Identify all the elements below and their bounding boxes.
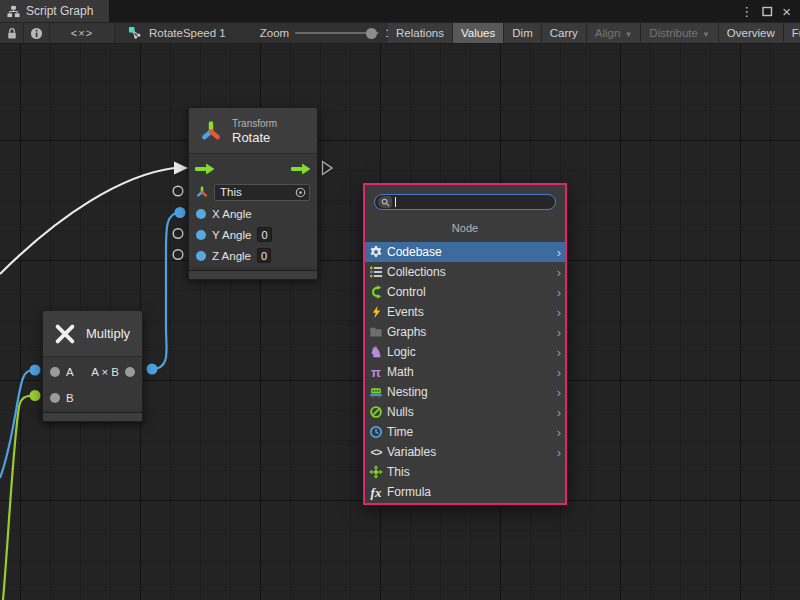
this-icon [368,464,384,480]
multiply-row-b: B [43,385,142,411]
rotate-this-row: This [189,181,317,203]
finder-item-codebase[interactable]: Codebase› [365,242,565,262]
toolbar-button-label: Overview [727,27,775,39]
finder-item-label: Control [387,285,426,299]
chevron-right-icon: › [557,446,561,459]
rotate-input-row-z: Z Angle 0 [189,245,317,266]
info-icon [30,27,43,40]
zangle-label: Z Angle [212,250,251,262]
object-picker-icon[interactable] [295,187,306,198]
this-target-field[interactable]: This [214,184,310,201]
chevron-down-icon: ▼ [702,30,710,39]
flow-out-arrow-icon[interactable] [291,163,311,175]
this-port-ring[interactable] [173,186,183,196]
window-menu-icon[interactable]: ⋮ [740,5,753,18]
finder-item-label: Codebase [387,245,442,259]
finder-item-label: Events [387,305,424,319]
multiply-a-type-dot[interactable] [50,367,60,377]
multiply-output-port-connected[interactable] [147,364,158,375]
close-icon[interactable]: × [782,4,791,19]
flow-in-arrow-icon[interactable] [195,163,215,175]
lock-button[interactable] [0,23,24,43]
finder-item-collections[interactable]: Collections› [365,262,565,282]
finder-item-events[interactable]: Events› [365,302,565,322]
yangle-value-field[interactable]: 0 [257,227,271,242]
code-view-toggle[interactable]: <×> [50,23,115,43]
toolbar-button-overview[interactable]: Overview [719,23,784,43]
toolbar-button-label: Values [461,27,495,39]
multiply-b-type-dot[interactable] [50,393,60,403]
rotate-node-title: Rotate [232,130,277,145]
wire-into-multiply-a[interactable] [0,370,35,478]
multiply-b-port-connected[interactable] [30,390,41,401]
multiply-a-port-connected[interactable] [30,365,41,376]
finder-item-this[interactable]: This [365,462,565,482]
finder-item-formula[interactable]: fxFormula [365,482,565,502]
wire-multiply-to-xangle[interactable] [152,213,180,370]
yangle-port-ring[interactable] [173,229,183,239]
finder-item-logic[interactable]: ♞Logic› [365,342,565,362]
finder-item-label: This [387,465,410,479]
toolbar-button-values[interactable]: Values [453,23,504,43]
toolbar-button-full-screen[interactable]: Full Screen [784,23,800,43]
chevron-right-icon: › [557,386,561,399]
rotate-flow-row [189,157,317,181]
rotate-node-category: Transform [232,117,277,130]
fuzzy-finder-popup: Node Codebase›Collections›Control›Events… [363,183,567,505]
finder-item-graphs[interactable]: Graphs› [365,322,565,342]
rotate-node-header[interactable]: Transform Rotate [189,108,317,154]
wire-flow-into-rotate[interactable] [0,168,174,274]
toolbar-button-label: Dim [512,27,532,39]
finder-item-control[interactable]: Control› [365,282,565,302]
toolbar-button-carry[interactable]: Carry [542,23,587,43]
zoom-slider-handle[interactable] [366,28,377,39]
toolbar-button-relations[interactable]: Relations [388,23,453,43]
finder-item-nesting[interactable]: Nesting› [365,382,565,402]
toolbar-button-distribute[interactable]: Distribute▼ [641,23,719,43]
zangle-type-dot[interactable] [196,251,206,261]
graph-node-icon [128,26,143,41]
transform-mini-icon [196,186,208,198]
toolbar-right-group: RelationsValuesDimCarryAlign▼Distribute▼… [388,23,800,43]
toolbar-button-dim[interactable]: Dim [504,23,541,43]
chevron-right-icon: › [557,426,561,439]
finder-search-box[interactable] [374,194,556,210]
finder-item-label: Time [387,425,413,439]
toolbar-button-align[interactable]: Align▼ [587,23,642,43]
chevron-right-icon: › [557,266,561,279]
tab-script-graph[interactable]: Script Graph [0,0,109,22]
chevron-right-icon: › [557,346,561,359]
xangle-port-connected[interactable] [175,207,186,218]
graph-breadcrumb[interactable]: RotateSpeed 1 [149,27,226,39]
flow-input-arrow [174,162,188,175]
multiply-node-title: Multiply [86,326,130,341]
zoom-control: Zoom 1x [260,27,398,39]
multiply-row-a: A A × B [43,359,142,385]
zoom-slider[interactable] [295,32,379,34]
graph-toolbar: <×> RotateSpeed 1 Zoom 1x RelationsValue… [0,22,800,44]
multiply-output-type-dot[interactable] [125,367,135,377]
finder-search-input[interactable] [399,196,552,208]
finder-item-variables[interactable]: <>Variables› [365,442,565,462]
finder-item-math[interactable]: πMath› [365,362,565,382]
node-multiply[interactable]: Multiply A A × B B [42,310,143,418]
flow-output-triangle[interactable] [323,162,333,175]
finder-item-time[interactable]: Time› [365,422,565,442]
title-bar: Script Graph ⋮ × [0,0,800,22]
wire-into-multiply-b[interactable] [3,396,35,600]
finder-item-label: Graphs [387,325,426,339]
xangle-type-dot[interactable] [196,209,206,219]
maximize-icon[interactable] [762,6,773,17]
yangle-type-dot[interactable] [196,230,206,240]
zangle-port-ring[interactable] [173,250,183,260]
info-button[interactable] [24,23,50,43]
node-transform-rotate[interactable]: Transform Rotate [188,107,318,273]
null-icon [368,404,384,420]
chevron-right-icon: › [557,326,561,339]
finder-item-label: Math [387,365,414,379]
multiply-x-icon [53,322,77,346]
zangle-value-field[interactable]: 0 [257,248,271,263]
multiply-node-header[interactable]: Multiply [43,311,142,357]
graph-canvas[interactable]: Transform Rotate [0,44,800,600]
finder-item-nulls[interactable]: Nulls› [365,402,565,422]
